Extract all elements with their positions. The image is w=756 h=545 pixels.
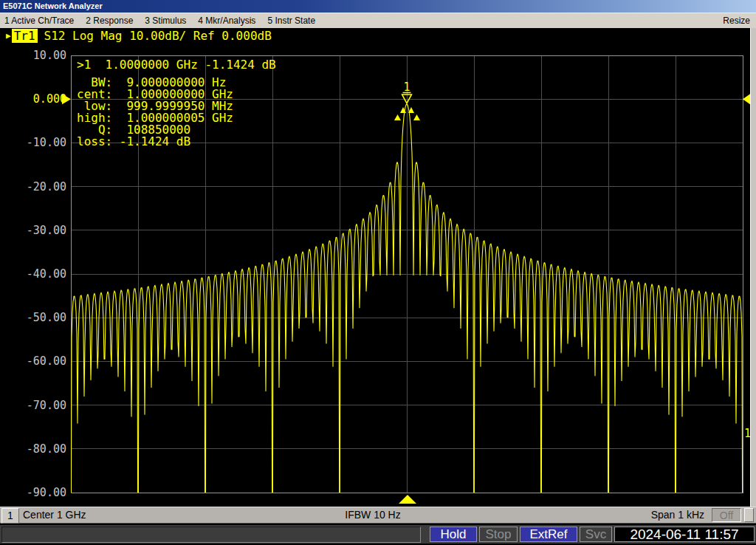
y-axis-tick-label: 0.000 bbox=[0, 92, 66, 106]
trace-format-text: S12 Log Mag 10.00dB/ Ref 0.000dB bbox=[44, 29, 272, 43]
resize-button[interactable]: Resize bbox=[723, 16, 750, 26]
hold-indicator: Hold bbox=[430, 527, 477, 542]
analyzer-screen: 11 ▶Tr1S12 Log Mag 10.00dB/ Ref 0.000dB … bbox=[0, 28, 756, 507]
instrument-status-bar: Hold Stop ExtRef Svc 2024-06-11 11:57 bbox=[0, 525, 756, 544]
channel-status-bar: 1 Center 1 GHz IFBW 10 Hz Span 1 kHz Off bbox=[0, 507, 756, 524]
y-axis-tick-label: -60.00 bbox=[0, 354, 66, 368]
window-title: E5071C Network Analyzer bbox=[3, 1, 103, 10]
menu-item-response[interactable]: 2 Response bbox=[86, 16, 133, 26]
softkey-drawer-edge[interactable] bbox=[750, 28, 756, 507]
marker-readout: >1 1.0000000 GHz -1.1424 dB BW: 9.000000… bbox=[77, 59, 276, 148]
menu-item-mkr-analysis[interactable]: 4 Mkr/Analysis bbox=[198, 16, 255, 26]
drawer-handle[interactable] bbox=[744, 508, 754, 522]
ifbw-label: IFBW 10 Hz bbox=[0, 507, 746, 523]
y-axis-tick-label: -30.00 bbox=[0, 224, 66, 237]
stop-indicator: Stop bbox=[479, 527, 518, 542]
y-axis-tick-label: -10.00 bbox=[0, 136, 66, 149]
ref-level-indicator-right bbox=[743, 94, 750, 104]
title-bar: E5071C Network Analyzer bbox=[0, 0, 756, 13]
y-axis-tick-label: -20.00 bbox=[0, 180, 66, 193]
menu-item-active-ch-trace[interactable]: 1 Active Ch/Trace bbox=[4, 16, 74, 26]
menu-bar: 1 Active Ch/Trace 2 Response 3 Stimulus … bbox=[0, 13, 756, 28]
active-trace-arrow-icon: ▶ bbox=[6, 31, 11, 41]
trace-status-line: ▶Tr1S12 Log Mag 10.00dB/ Ref 0.000dB bbox=[6, 30, 272, 43]
y-axis-tick-label: -50.00 bbox=[0, 311, 66, 324]
touchscreen-off-button[interactable]: Off bbox=[712, 508, 741, 522]
y-axis-labels: 10.000.000-10.00-20.00-30.00-40.00-50.00… bbox=[0, 28, 66, 507]
trace1-badge[interactable]: Tr1 bbox=[12, 29, 38, 43]
bandwidth-cutoff-marker-4 bbox=[413, 114, 420, 120]
y-axis-tick-label: -40.00 bbox=[0, 267, 66, 281]
y-axis-tick-label: -70.00 bbox=[0, 399, 66, 412]
marker1-number-label: 1 bbox=[403, 80, 410, 94]
menu-item-stimulus[interactable]: 3 Stimulus bbox=[145, 16, 186, 26]
bandwidth-cutoff-marker-3 bbox=[394, 114, 401, 120]
y-axis-tick-label: -80.00 bbox=[0, 442, 66, 456]
stimulus-center-marker bbox=[399, 495, 416, 504]
y-axis-tick-label: -90.00 bbox=[0, 486, 66, 499]
app-window: E5071C Network Analyzer 1 Active Ch/Trac… bbox=[0, 0, 756, 545]
svc-indicator: Svc bbox=[580, 527, 612, 542]
span-label: Span 1 kHz bbox=[651, 507, 704, 523]
menu-item-instr-state[interactable]: 5 Instr State bbox=[267, 16, 315, 26]
marker1-readout-line: >1 1.0000000 GHz -1.1424 dB bbox=[77, 59, 276, 71]
extref-indicator: ExtRef bbox=[520, 527, 577, 542]
message-field bbox=[1, 527, 421, 543]
y-axis-tick-label: 10.00 bbox=[0, 49, 66, 62]
loss-readout-line: loss: -1.1424 dB bbox=[77, 136, 276, 148]
datetime-display: 2024-06-11 11:57 bbox=[614, 527, 755, 542]
